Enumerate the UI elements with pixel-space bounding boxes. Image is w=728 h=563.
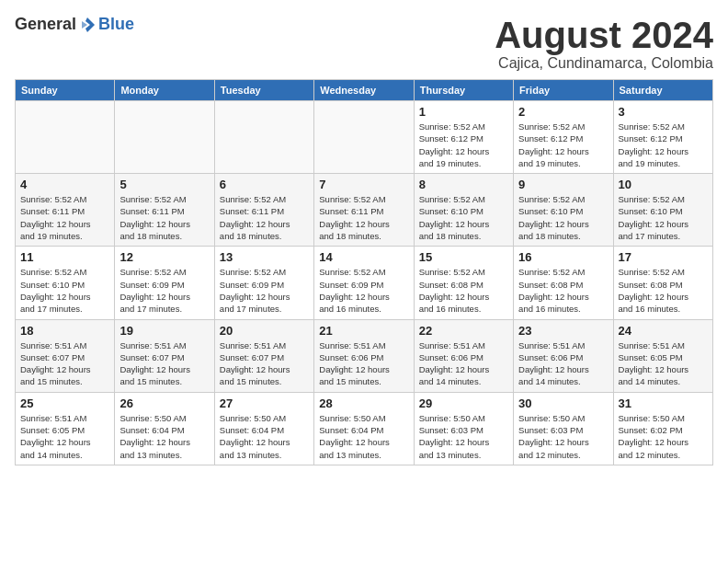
day-info: Sunrise: 5:50 AMSunset: 6:04 PMDaylight:… <box>119 412 209 461</box>
day-number: 9 <box>518 178 608 191</box>
calendar-cell: 22Sunrise: 5:51 AMSunset: 6:06 PMDayligh… <box>414 319 513 392</box>
weekday-header: Friday <box>514 80 613 101</box>
weekday-header: Tuesday <box>214 80 313 101</box>
day-number: 3 <box>619 105 708 119</box>
calendar-cell: 17Sunrise: 5:52 AMSunset: 6:08 PMDayligh… <box>613 247 712 319</box>
day-info: Sunrise: 5:51 AMSunset: 6:06 PMDaylight:… <box>518 339 608 388</box>
day-number: 4 <box>20 178 109 191</box>
calendar-cell: 15Sunrise: 5:52 AMSunset: 6:08 PMDayligh… <box>414 247 513 319</box>
day-info: Sunrise: 5:52 AMSunset: 6:12 PMDaylight:… <box>419 121 508 169</box>
day-number: 1 <box>419 105 508 119</box>
day-number: 19 <box>119 324 209 338</box>
day-number: 15 <box>419 250 508 264</box>
calendar-cell: 30Sunrise: 5:50 AMSunset: 6:03 PMDayligh… <box>514 392 613 465</box>
day-info: Sunrise: 5:52 AMSunset: 6:11 PMDaylight:… <box>119 193 209 242</box>
calendar-cell: 26Sunrise: 5:50 AMSunset: 6:04 PMDayligh… <box>115 392 214 465</box>
calendar-week-row: 18Sunrise: 5:51 AMSunset: 6:07 PMDayligh… <box>16 319 713 392</box>
day-info: Sunrise: 5:52 AMSunset: 6:10 PMDaylight:… <box>20 266 109 315</box>
calendar-table: SundayMondayTuesdayWednesdayThursdayFrid… <box>15 79 713 465</box>
day-number: 27 <box>220 396 309 410</box>
day-number: 7 <box>319 178 408 191</box>
calendar-cell: 29Sunrise: 5:50 AMSunset: 6:03 PMDayligh… <box>414 392 513 465</box>
weekday-header: Monday <box>115 80 214 101</box>
calendar-week-row: 1Sunrise: 5:52 AMSunset: 6:12 PMDaylight… <box>16 101 713 174</box>
day-number: 12 <box>119 250 209 264</box>
calendar-cell: 28Sunrise: 5:50 AMSunset: 6:04 PMDayligh… <box>314 392 414 465</box>
day-info: Sunrise: 5:52 AMSunset: 6:12 PMDaylight:… <box>518 121 608 169</box>
calendar-week-row: 4Sunrise: 5:52 AMSunset: 6:11 PMDaylight… <box>16 174 713 247</box>
calendar-cell <box>214 101 313 174</box>
day-info: Sunrise: 5:50 AMSunset: 6:02 PMDaylight:… <box>619 412 708 461</box>
day-number: 31 <box>619 396 708 410</box>
day-info: Sunrise: 5:52 AMSunset: 6:08 PMDaylight:… <box>619 266 708 315</box>
day-info: Sunrise: 5:52 AMSunset: 6:10 PMDaylight:… <box>419 193 508 242</box>
day-number: 30 <box>518 396 608 410</box>
day-info: Sunrise: 5:52 AMSunset: 6:10 PMDaylight:… <box>518 193 608 242</box>
calendar-cell <box>314 101 414 174</box>
day-info: Sunrise: 5:50 AMSunset: 6:04 PMDaylight:… <box>220 412 309 461</box>
calendar-cell: 12Sunrise: 5:52 AMSunset: 6:09 PMDayligh… <box>115 247 214 319</box>
calendar-week-row: 11Sunrise: 5:52 AMSunset: 6:10 PMDayligh… <box>16 247 713 319</box>
calendar-cell: 20Sunrise: 5:51 AMSunset: 6:07 PMDayligh… <box>214 319 313 392</box>
day-number: 28 <box>319 396 408 410</box>
logo-general-text: General <box>15 15 76 34</box>
day-info: Sunrise: 5:51 AMSunset: 6:06 PMDaylight:… <box>319 339 408 388</box>
calendar-cell: 18Sunrise: 5:51 AMSunset: 6:07 PMDayligh… <box>16 319 115 392</box>
weekday-header: Thursday <box>414 80 513 101</box>
month-title: August 2024 <box>495 15 713 55</box>
calendar-cell: 23Sunrise: 5:51 AMSunset: 6:06 PMDayligh… <box>514 319 613 392</box>
location-text: Cajica, Cundinamarca, Colombia <box>495 55 713 72</box>
day-number: 22 <box>419 324 508 338</box>
day-number: 20 <box>220 324 309 338</box>
day-info: Sunrise: 5:51 AMSunset: 6:06 PMDaylight:… <box>419 339 508 388</box>
day-info: Sunrise: 5:52 AMSunset: 6:11 PMDaylight:… <box>20 193 109 242</box>
calendar-cell: 5Sunrise: 5:52 AMSunset: 6:11 PMDaylight… <box>115 174 214 247</box>
page-header: General Blue August 2024 Cajica, Cundina… <box>15 15 713 72</box>
day-info: Sunrise: 5:51 AMSunset: 6:05 PMDaylight:… <box>20 412 109 461</box>
day-info: Sunrise: 5:50 AMSunset: 6:03 PMDaylight:… <box>518 412 608 461</box>
logo: General Blue <box>15 15 134 34</box>
day-info: Sunrise: 5:52 AMSunset: 6:08 PMDaylight:… <box>518 266 608 315</box>
weekday-header: Sunday <box>16 80 115 101</box>
calendar-cell: 25Sunrise: 5:51 AMSunset: 6:05 PMDayligh… <box>16 392 115 465</box>
day-number: 26 <box>119 396 209 410</box>
day-info: Sunrise: 5:51 AMSunset: 6:07 PMDaylight:… <box>20 339 109 388</box>
day-number: 10 <box>619 178 708 191</box>
day-info: Sunrise: 5:52 AMSunset: 6:08 PMDaylight:… <box>419 266 508 315</box>
calendar-cell: 14Sunrise: 5:52 AMSunset: 6:09 PMDayligh… <box>314 247 414 319</box>
day-number: 21 <box>319 324 408 338</box>
calendar-cell: 3Sunrise: 5:52 AMSunset: 6:12 PMDaylight… <box>613 101 712 174</box>
day-info: Sunrise: 5:52 AMSunset: 6:10 PMDaylight:… <box>619 193 708 242</box>
calendar-cell: 8Sunrise: 5:52 AMSunset: 6:10 PMDaylight… <box>414 174 513 247</box>
day-number: 25 <box>20 396 109 410</box>
day-number: 8 <box>419 178 508 191</box>
calendar-cell: 13Sunrise: 5:52 AMSunset: 6:09 PMDayligh… <box>214 247 313 319</box>
calendar-cell: 31Sunrise: 5:50 AMSunset: 6:02 PMDayligh… <box>613 392 712 465</box>
day-info: Sunrise: 5:50 AMSunset: 6:03 PMDaylight:… <box>419 412 508 461</box>
logo-blue-text: Blue <box>98 15 134 34</box>
day-number: 29 <box>419 396 508 410</box>
day-info: Sunrise: 5:52 AMSunset: 6:09 PMDaylight:… <box>319 266 408 315</box>
calendar-cell: 7Sunrise: 5:52 AMSunset: 6:11 PMDaylight… <box>314 174 414 247</box>
day-info: Sunrise: 5:52 AMSunset: 6:12 PMDaylight:… <box>619 121 708 169</box>
day-info: Sunrise: 5:52 AMSunset: 6:09 PMDaylight:… <box>220 266 309 315</box>
calendar-cell <box>115 101 214 174</box>
calendar-cell: 9Sunrise: 5:52 AMSunset: 6:10 PMDaylight… <box>514 174 613 247</box>
calendar-cell: 19Sunrise: 5:51 AMSunset: 6:07 PMDayligh… <box>115 319 214 392</box>
day-number: 5 <box>119 178 209 191</box>
day-number: 14 <box>319 250 408 264</box>
calendar-cell: 16Sunrise: 5:52 AMSunset: 6:08 PMDayligh… <box>514 247 613 319</box>
calendar-cell: 10Sunrise: 5:52 AMSunset: 6:10 PMDayligh… <box>613 174 712 247</box>
day-info: Sunrise: 5:51 AMSunset: 6:07 PMDaylight:… <box>119 339 209 388</box>
day-info: Sunrise: 5:52 AMSunset: 6:09 PMDaylight:… <box>119 266 209 315</box>
calendar-cell: 2Sunrise: 5:52 AMSunset: 6:12 PMDaylight… <box>514 101 613 174</box>
calendar-cell: 1Sunrise: 5:52 AMSunset: 6:12 PMDaylight… <box>414 101 513 174</box>
day-number: 11 <box>20 250 109 264</box>
calendar-cell: 24Sunrise: 5:51 AMSunset: 6:05 PMDayligh… <box>613 319 712 392</box>
day-info: Sunrise: 5:52 AMSunset: 6:11 PMDaylight:… <box>319 193 408 242</box>
calendar-cell: 4Sunrise: 5:52 AMSunset: 6:11 PMDaylight… <box>16 174 115 247</box>
weekday-header: Saturday <box>613 80 712 101</box>
calendar-cell: 6Sunrise: 5:52 AMSunset: 6:11 PMDaylight… <box>214 174 313 247</box>
calendar-cell: 21Sunrise: 5:51 AMSunset: 6:06 PMDayligh… <box>314 319 414 392</box>
calendar-cell <box>16 101 115 174</box>
